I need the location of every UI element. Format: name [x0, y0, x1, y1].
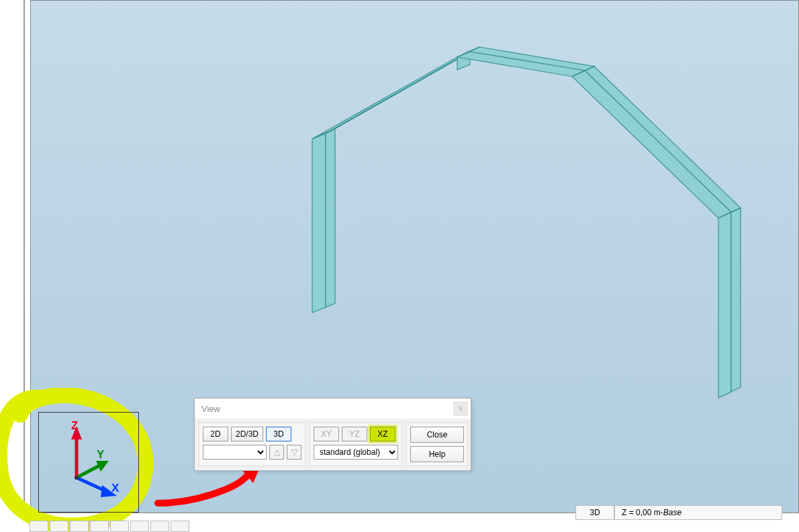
status-bar: 3D Z = 0,00 m - Base — [575, 505, 782, 520]
toolbar-btn[interactable] — [110, 521, 129, 532]
toolbar-btn[interactable] — [30, 521, 48, 532]
toolbar-btn[interactable] — [50, 521, 68, 532]
left-gutter — [0, 0, 30, 513]
view-3d-button[interactable]: 3D — [266, 427, 291, 441]
view-dialog: View × 2D 2D/3D 3D △ ▽ — [194, 398, 471, 471]
view-mode-group: 2D 2D/3D 3D △ ▽ — [199, 423, 306, 466]
plane-yz-button[interactable]: YZ — [342, 427, 367, 441]
step-down-button[interactable]: ▽ — [287, 445, 301, 460]
dialog-body: 2D 2D/3D 3D △ ▽ XY YZ XZ — [195, 419, 471, 470]
view-2d-button[interactable]: 2D — [203, 427, 228, 441]
toolbar-btn[interactable] — [130, 521, 149, 532]
axis-z-label: Z — [71, 419, 78, 432]
close-button[interactable]: Close — [410, 427, 464, 443]
toolbar-btn[interactable] — [150, 521, 169, 532]
plane-xy-button[interactable]: XY — [314, 427, 339, 441]
plane-xz-button[interactable]: XZ — [370, 427, 395, 441]
toolbar-btn[interactable] — [171, 521, 189, 532]
status-coordinates: Z = 0,00 m - Base — [614, 505, 782, 520]
dialog-actions: Close Help — [406, 423, 468, 466]
status-z-value: Z = 0,00 m — [622, 508, 661, 517]
axis-x-label: X — [111, 482, 120, 494]
axis-y-label: Y — [97, 448, 105, 461]
dialog-titlebar[interactable]: View × — [195, 398, 471, 419]
toolbar-btn[interactable] — [70, 521, 89, 532]
close-icon[interactable]: × — [453, 401, 468, 416]
bottom-toolbar — [30, 521, 244, 532]
axis-triad: Z Y X — [34, 406, 141, 513]
help-button[interactable]: Help — [410, 446, 464, 462]
svg-line-17 — [77, 465, 101, 478]
toolbar-btn[interactable] — [90, 521, 109, 532]
step-up-button[interactable]: △ — [269, 445, 284, 460]
gutter-line — [23, 0, 25, 513]
view-2d3d-button[interactable]: 2D/3D — [231, 427, 263, 441]
view-layer-select[interactable] — [203, 445, 267, 460]
dialog-title-text: View — [201, 404, 453, 414]
app-viewport: Z Y X View × 2D 2D/3D 3D — [0, 0, 799, 532]
status-view-mode: 3D — [575, 505, 614, 520]
status-layer-name: Base — [663, 508, 682, 517]
plane-group: XY YZ XZ standard (global) — [310, 423, 402, 466]
coord-system-select[interactable]: standard (global) — [314, 445, 398, 460]
svg-point-21 — [75, 476, 79, 480]
